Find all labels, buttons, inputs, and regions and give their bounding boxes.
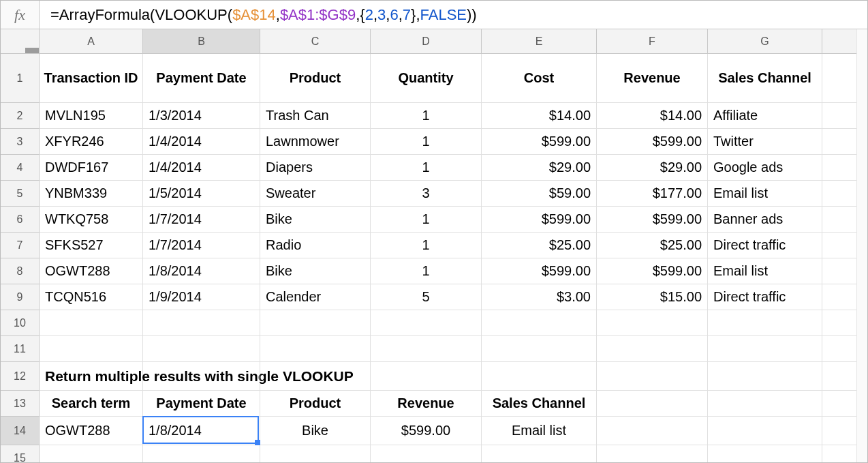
data-cell[interactable]: 1/5/2014 (143, 181, 260, 207)
data-cell[interactable]: 1 (371, 258, 482, 284)
lookup-header-cell[interactable]: Payment Date (143, 391, 260, 417)
data-cell[interactable]: Diapers (260, 155, 371, 181)
empty-cell[interactable] (822, 362, 858, 391)
column-header-extra[interactable] (822, 29, 858, 54)
empty-cell[interactable] (260, 336, 371, 362)
cells-area[interactable]: Transaction IDPayment DateProductQuantit… (40, 54, 867, 463)
data-cell[interactable]: 1 (371, 207, 482, 233)
data-cell[interactable]: $599.00 (597, 129, 708, 155)
row-header-3[interactable]: 3 (1, 129, 40, 155)
data-cell[interactable]: Calender (260, 284, 371, 310)
column-header-A[interactable]: A (40, 29, 143, 54)
lookup-cell[interactable] (597, 417, 708, 445)
empty-cell[interactable] (822, 310, 858, 336)
data-cell[interactable]: 1/9/2014 (143, 284, 260, 310)
empty-cell[interactable] (143, 310, 260, 336)
data-cell[interactable]: 1 (371, 155, 482, 181)
data-cell[interactable]: TCQN516 (40, 284, 143, 310)
empty-cell[interactable] (260, 445, 371, 463)
formula-input[interactable]: =ArrayFormula(VLOOKUP($A$14,$A$1:$G$9,{2… (40, 1, 867, 29)
data-cell[interactable]: $29.00 (482, 155, 597, 181)
data-cell[interactable]: $15.00 (597, 284, 708, 310)
column-header-B[interactable]: B (143, 29, 260, 54)
row-header-12[interactable]: 12 (1, 362, 40, 391)
empty-cell[interactable] (143, 336, 260, 362)
row-header-7[interactable]: 7 (1, 233, 40, 258)
empty-cell[interactable] (143, 445, 260, 463)
empty-cell[interactable] (143, 362, 260, 391)
data-cell[interactable] (822, 103, 858, 129)
data-cell[interactable]: Affiliate (708, 103, 822, 129)
lookup-header-cell[interactable]: Revenue (371, 391, 482, 417)
empty-cell[interactable] (822, 336, 858, 362)
header-cell[interactable]: Sales Channel (708, 54, 822, 103)
data-cell[interactable]: 1 (371, 233, 482, 258)
data-cell[interactable]: Lawnmower (260, 129, 371, 155)
row-header-9[interactable]: 9 (1, 284, 40, 310)
column-header-E[interactable]: E (482, 29, 597, 54)
data-cell[interactable]: $59.00 (482, 181, 597, 207)
section-title[interactable]: Return multiple results with single VLOO… (40, 362, 143, 391)
empty-cell[interactable] (597, 362, 708, 391)
lookup-cell[interactable]: Email list (482, 417, 597, 445)
empty-cell[interactable] (371, 336, 482, 362)
empty-cell[interactable] (482, 445, 597, 463)
data-cell[interactable]: $599.00 (482, 207, 597, 233)
data-cell[interactable]: $177.00 (597, 181, 708, 207)
empty-cell[interactable] (482, 310, 597, 336)
data-cell[interactable]: MVLN195 (40, 103, 143, 129)
empty-cell[interactable] (597, 445, 708, 463)
data-cell[interactable] (822, 129, 858, 155)
empty-cell[interactable] (371, 310, 482, 336)
data-cell[interactable]: WTKQ758 (40, 207, 143, 233)
empty-cell[interactable] (40, 310, 143, 336)
header-cell[interactable]: Revenue (597, 54, 708, 103)
lookup-header-cell[interactable] (822, 391, 858, 417)
data-cell[interactable]: 1/4/2014 (143, 155, 260, 181)
data-cell[interactable] (822, 207, 858, 233)
vertical-scrollbar[interactable] (856, 29, 867, 462)
data-cell[interactable]: 5 (371, 284, 482, 310)
column-header-C[interactable]: C (260, 29, 371, 54)
row-header-13[interactable]: 13 (1, 391, 40, 417)
empty-cell[interactable] (371, 445, 482, 463)
data-cell[interactable]: Direct traffic (708, 284, 822, 310)
data-cell[interactable]: Email list (708, 181, 822, 207)
data-cell[interactable]: YNBM339 (40, 181, 143, 207)
empty-cell[interactable] (822, 445, 858, 463)
data-cell[interactable]: DWDF167 (40, 155, 143, 181)
data-cell[interactable]: 1/8/2014 (143, 258, 260, 284)
empty-cell[interactable] (482, 362, 597, 391)
data-cell[interactable] (822, 155, 858, 181)
empty-cell[interactable] (482, 336, 597, 362)
data-cell[interactable]: 1 (371, 103, 482, 129)
lookup-header-cell[interactable]: Product (260, 391, 371, 417)
data-cell[interactable]: $14.00 (482, 103, 597, 129)
data-cell[interactable]: $14.00 (597, 103, 708, 129)
data-cell[interactable] (822, 181, 858, 207)
lookup-cell[interactable]: OGWT288 (40, 417, 143, 445)
select-all-corner[interactable] (1, 29, 40, 54)
lookup-header-cell[interactable]: Search term (40, 391, 143, 417)
column-header-D[interactable]: D (371, 29, 482, 54)
data-cell[interactable]: $599.00 (597, 207, 708, 233)
data-cell[interactable] (822, 284, 858, 310)
empty-cell[interactable] (371, 362, 482, 391)
lookup-header-cell[interactable]: Sales Channel (482, 391, 597, 417)
header-cell[interactable]: Transaction ID (40, 54, 143, 103)
data-cell[interactable]: Google ads (708, 155, 822, 181)
data-cell[interactable]: $599.00 (482, 129, 597, 155)
row-header-10[interactable]: 10 (1, 310, 40, 336)
header-cell[interactable]: Product (260, 54, 371, 103)
empty-cell[interactable] (40, 336, 143, 362)
data-cell[interactable]: Sweater (260, 181, 371, 207)
column-header-G[interactable]: G (708, 29, 822, 54)
data-cell[interactable]: 1/4/2014 (143, 129, 260, 155)
empty-cell[interactable] (597, 336, 708, 362)
row-header-6[interactable]: 6 (1, 207, 40, 233)
empty-cell[interactable] (260, 310, 371, 336)
lookup-cell[interactable]: 1/8/2014 (143, 417, 260, 445)
header-cell[interactable]: Cost (482, 54, 597, 103)
row-header-11[interactable]: 11 (1, 336, 40, 362)
data-cell[interactable]: $25.00 (482, 233, 597, 258)
